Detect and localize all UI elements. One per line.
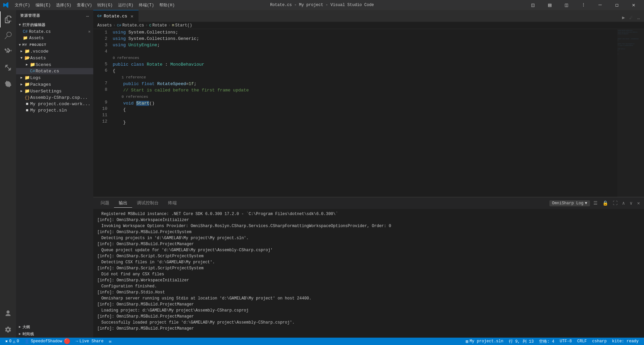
open-file-rotate-name: Rotate.cs <box>29 29 51 34</box>
liveshare-icon: → <box>76 339 78 344</box>
menu-file[interactable]: 文件(F) <box>12 2 33 9</box>
warning-icon: △ <box>13 339 15 344</box>
tree-assembly[interactable]: {} Assembly-CSharp.csp... <box>16 94 93 101</box>
layout3-icon[interactable]: ◫ <box>559 0 574 10</box>
code-content[interactable]: using System.Collections; using System.C… <box>110 29 617 197</box>
panel-output-dropdown[interactable]: OmniSharp Log ▼ <box>549 200 590 206</box>
project-header[interactable]: ▼ MY PROJECT <box>16 42 93 48</box>
tree-scenes-label: Scenes <box>36 62 93 67</box>
breadcrumb-assets[interactable]: Assets <box>97 23 112 28</box>
panel: 问题 输出 调试控制台 终端 OmniSharp Log ▼ ☰ 🔒 ⛶ ∧ ∨… <box>93 197 644 338</box>
layout-icon[interactable]: ◫ <box>525 0 541 10</box>
activity-account-icon[interactable] <box>0 305 16 322</box>
open-file-rotate[interactable]: C# Rotate.cs ✕ <box>16 28 93 35</box>
layout2-icon[interactable]: ▤ <box>542 0 557 10</box>
status-position[interactable]: 行 9, 列 13 <box>506 338 536 345</box>
new-file-icon[interactable]: … <box>86 13 89 18</box>
status-encoding[interactable]: UTF-8 <box>557 338 575 345</box>
panel-lock-icon[interactable]: 🔒 <box>601 200 609 207</box>
minimap: using System.Collections;using System.Co… <box>617 29 644 197</box>
breadcrumb-assets-label: Assets <box>97 23 112 28</box>
layout4-icon[interactable]: ⁝ <box>576 0 591 10</box>
code-editor[interactable]: 1 2 3 4 5 6 7 8 9 10 11 12 using System.… <box>93 29 644 197</box>
status-liveshare[interactable]: → Live Share <box>73 338 106 345</box>
tree-packages-chevron: ► <box>19 83 24 86</box>
file-sln-icon: ■ <box>24 108 30 113</box>
tab-close-icon[interactable]: ✕ <box>129 13 135 19</box>
status-lineending[interactable]: CRLF <box>575 338 590 345</box>
activity-git-icon[interactable] <box>0 44 16 60</box>
tree-packages[interactable]: ► 📁 Packages <box>16 81 93 88</box>
outline-header[interactable]: ► 大纲 <box>16 324 93 331</box>
menu-bar[interactable]: 文件(F) 编辑(E) 选择(S) 查看(V) 转到(G) 运行(R) 终端(T… <box>12 2 177 9</box>
tree-scenes[interactable]: ► 📁 Scenes <box>16 61 93 68</box>
status-language-label: csharp <box>592 339 607 344</box>
breadcrumb-start[interactable]: M Start() <box>172 23 192 28</box>
breadcrumb-rotate[interactable]: C Rotate <box>149 23 167 28</box>
panel-dropdown-label: OmniSharp Log <box>552 201 584 206</box>
panel-copy-icon[interactable]: ⛶ <box>611 200 619 207</box>
activity-debug-icon[interactable] <box>0 60 16 76</box>
status-user[interactable]: 👤 SpeedofShadow 🔴 <box>22 338 73 345</box>
menu-view[interactable]: 查看(V) <box>74 2 95 9</box>
panel-maximize-icon[interactable]: ∨ <box>628 200 634 207</box>
panel-up-icon[interactable]: ∧ <box>621 200 626 207</box>
tree-sln[interactable]: ■ My project.sln <box>16 107 93 114</box>
panel-close-icon[interactable]: ✕ <box>636 200 641 207</box>
more-actions-icon[interactable]: … <box>636 14 641 22</box>
panel-tab-output[interactable]: 输出 <box>114 199 132 208</box>
run-icon[interactable]: ▶ <box>621 13 626 22</box>
open-editors-header[interactable]: ▼ 打开的编辑器 <box>16 21 93 28</box>
file-assembly-icon: {} <box>24 95 30 100</box>
menu-select[interactable]: 选择(S) <box>53 2 74 9</box>
tree-usersettings[interactable]: ► 📁 UserSettings <box>16 88 93 94</box>
status-language[interactable]: csharp <box>590 338 609 345</box>
activity-settings-icon[interactable] <box>0 322 16 338</box>
status-warning-count: 0 <box>17 339 19 344</box>
panel-filter-icon[interactable]: ☰ <box>592 200 599 207</box>
folder-usersettings-icon: 📁 <box>24 88 30 94</box>
panel-tab-terminal[interactable]: 终端 <box>163 199 181 208</box>
status-errors[interactable]: ✖ 0 △ 0 <box>3 338 22 345</box>
close-file-rotate-icon[interactable]: ✕ <box>88 29 91 34</box>
activity-extensions-icon[interactable] <box>0 76 16 92</box>
tree-vscode[interactable]: ► 📁 .vscode <box>16 48 93 55</box>
chevron-down-icon: ▼ <box>585 201 587 206</box>
project-tree: ▼ MY PROJECT ► 📁 .vscode ▼ 📂 Assets ► 📁 … <box>16 42 93 114</box>
restore-button[interactable]: ◻ <box>609 0 625 10</box>
open-editors: ▼ 打开的编辑器 C# Rotate.cs ✕ 📁 Assets <box>16 21 93 42</box>
menu-goto[interactable]: 转到(G) <box>95 2 115 9</box>
status-spaces[interactable]: 空格: 4 <box>536 338 557 345</box>
tree-rotatecs[interactable]: C# Rotate.cs <box>16 68 93 74</box>
panel-tab-problems[interactable]: 问题 <box>96 199 114 208</box>
open-file-assets[interactable]: 📁 Assets <box>16 35 93 41</box>
menu-help[interactable]: 帮助(H) <box>157 2 177 9</box>
tree-logs[interactable]: ► 📁 Logs <box>16 74 93 81</box>
sidebar-header-icons: … <box>86 13 89 18</box>
panel-tab-debug[interactable]: 调试控制台 <box>132 199 163 208</box>
timeline-header[interactable]: ► 时间线 <box>16 331 93 338</box>
panel-output-content[interactable]: Registered MSBuild instance: .NET Core S… <box>93 209 644 338</box>
menu-run[interactable]: 运行(R) <box>115 2 136 9</box>
status-notification[interactable]: ✉ <box>106 338 114 345</box>
log-line-17: [info]: OmniSharp.MSBuild.ProjectManager <box>97 314 640 320</box>
editor-area: C# Rotate.cs ✕ ▶ ☄ … Assets › C# Rotate.… <box>93 10 644 338</box>
status-branch[interactable]: ▤ My project.sln <box>463 338 506 345</box>
activity-explorer-icon[interactable] <box>0 11 16 27</box>
window-title: Rotate.cs - My project - Visual Studio C… <box>270 3 374 7</box>
tree-codework[interactable]: ■ My project.code-work... <box>16 101 93 107</box>
minimize-button[interactable]: — <box>592 0 608 10</box>
split-editor-icon[interactable]: ☄ <box>628 13 634 22</box>
activity-search-icon[interactable] <box>0 27 16 44</box>
panel-actions: OmniSharp Log ▼ ☰ 🔒 ⛶ ∧ ∨ ✕ <box>549 200 641 207</box>
timeline-chevron: ► <box>19 332 21 336</box>
tree-assets[interactable]: ▼ 📂 Assets <box>16 55 93 61</box>
menu-terminal[interactable]: 终端(T) <box>136 2 157 9</box>
close-button[interactable]: ✕ <box>626 0 641 10</box>
breadcrumb-sep1: › <box>113 23 115 28</box>
tab-rotatecs[interactable]: C# Rotate.cs ✕ <box>93 10 139 22</box>
menu-edit[interactable]: 编辑(E) <box>33 2 54 9</box>
status-kite[interactable]: kite: ready <box>609 338 641 345</box>
breadcrumb-rotatecs[interactable]: C# Rotate.cs <box>117 23 144 28</box>
log-line-18: Successfully loaded project file 'd:\GAM… <box>97 320 640 326</box>
